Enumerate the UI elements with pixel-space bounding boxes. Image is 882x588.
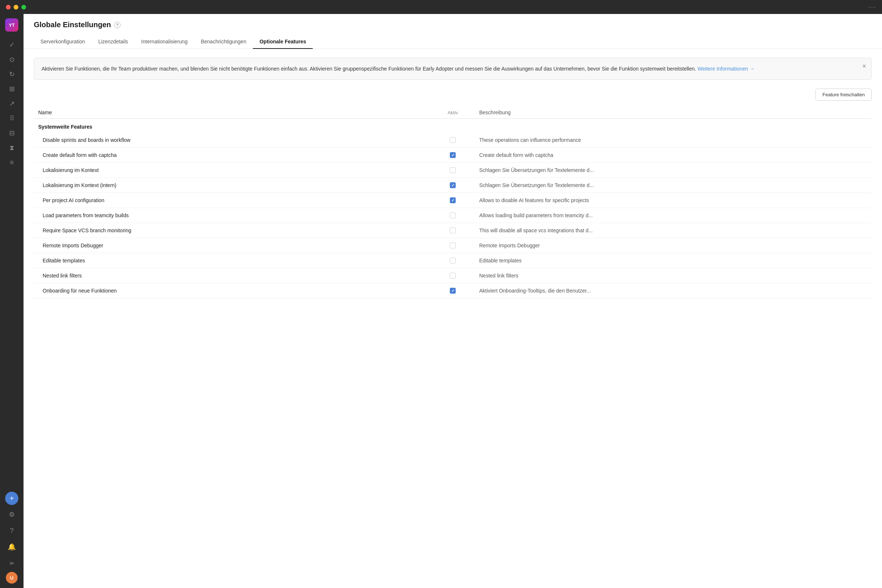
minimize-button[interactable] — [14, 5, 18, 9]
table-row: Per project AI configurationAllows to di… — [34, 193, 872, 208]
feature-checkbox[interactable] — [450, 258, 456, 264]
titlebar: ··· — [0, 0, 882, 14]
expand-button[interactable]: ≫ — [5, 556, 18, 570]
feature-description: Allows loading build parameters from tea… — [475, 212, 872, 218]
gear-button[interactable]: ⚙ — [5, 508, 18, 521]
close-button[interactable] — [6, 5, 10, 9]
feature-active-col — [431, 273, 475, 279]
sidebar: YT ✓ ⊙ ↻ ⊞ ↗ ⠿ ⊟ ⧗ ≡ + ⚙ ? 🔔 ≫ U — [0, 14, 24, 588]
feature-active-col — [431, 182, 475, 188]
feature-active-col — [431, 137, 475, 143]
info-banner-close-button[interactable]: × — [862, 63, 866, 70]
feature-checkbox[interactable] — [450, 228, 456, 233]
tab-serverkonfiguration[interactable]: Serverkonfiguration — [34, 35, 92, 49]
info-banner-text: Aktivieren Sie Funktionen, die Ihr Team … — [42, 66, 696, 72]
col-header-description: Beschreibung — [475, 110, 872, 116]
feature-active-col — [431, 288, 475, 294]
info-banner: Aktivieren Sie Funktionen, die Ihr Team … — [34, 58, 872, 80]
feature-checkbox[interactable] — [450, 197, 456, 203]
section-header-systemwide: Systemweite Features — [34, 119, 872, 133]
feature-name: Lokalisierung im Kontext — [34, 167, 431, 173]
tab-benachrichtigungen[interactable]: Benachrichtigungen — [194, 35, 253, 49]
tab-optionale-features[interactable]: Optionale Features — [253, 35, 313, 49]
table-row: Create default form with captchaCreate d… — [34, 148, 872, 163]
feature-description: Schlagen Sie Übersetzungen für Texteleme… — [475, 182, 872, 188]
sidebar-item-layers[interactable]: ≡ — [5, 156, 18, 169]
action-bar: Feature freischalten — [34, 88, 872, 101]
feature-description: Editable templates — [475, 258, 872, 264]
bell-button[interactable]: 🔔 — [5, 540, 18, 554]
table-row: Remote Imports DebuggerRemote Imports De… — [34, 238, 872, 253]
table-row: Require Space VCS branch monitoringThis … — [34, 223, 872, 238]
feature-checkbox[interactable] — [450, 212, 456, 218]
feature-name: Require Space VCS branch monitoring — [34, 228, 431, 233]
table-row: Editable templatesEditable templates — [34, 253, 872, 268]
help-icon[interactable]: ? — [114, 22, 120, 28]
features-table: Name Aktiv Beschreibung Systemweite Feat… — [34, 106, 872, 298]
sidebar-item-layout[interactable]: ⊞ — [5, 82, 18, 96]
feature-rows-container: Disable sprints and boards in workflowTh… — [34, 133, 872, 298]
table-row: Nested link filtersNested link filters — [34, 268, 872, 284]
feature-checkbox[interactable] — [450, 288, 456, 294]
feature-active-col — [431, 197, 475, 203]
feature-checkbox[interactable] — [450, 167, 456, 173]
table-row: Load parameters from teamcity buildsAllo… — [34, 208, 872, 223]
table-row: Lokalisierung im KontextSchlagen Sie Übe… — [34, 163, 872, 178]
page-title: Globale Einstellungen — [34, 21, 111, 29]
feature-name: Create default form with captcha — [34, 152, 431, 158]
sidebar-item-refresh[interactable]: ↻ — [5, 68, 18, 81]
feature-checkbox[interactable] — [450, 152, 456, 158]
feature-active-col — [431, 228, 475, 233]
user-avatar[interactable]: U — [6, 572, 18, 584]
feature-name: Editable templates — [34, 258, 431, 264]
feature-description: These operations can influence performan… — [475, 137, 872, 143]
window-controls — [6, 5, 26, 9]
main-content: Globale Einstellungen ? Serverkonfigurat… — [24, 14, 882, 588]
sidebar-item-settings-circle[interactable]: ⊙ — [5, 53, 18, 66]
feature-checkbox[interactable] — [450, 137, 456, 143]
sidebar-item-check[interactable]: ✓ — [5, 38, 18, 51]
titlebar-menu-icon[interactable]: ··· — [868, 3, 876, 11]
feature-description: Allows to disable AI features for specif… — [475, 197, 872, 203]
feature-checkbox[interactable] — [450, 273, 456, 279]
maximize-button[interactable] — [21, 5, 26, 9]
sidebar-item-book[interactable]: ⊟ — [5, 126, 18, 140]
feature-name: Remote Imports Debugger — [34, 243, 431, 248]
feature-name: Per project AI configuration — [34, 197, 431, 203]
feature-description: Aktiviert Onboarding-Tooltips, die den B… — [475, 288, 872, 294]
feature-name: Disable sprints and boards in workflow — [34, 137, 431, 143]
table-row: Lokalisierung im Kontext (intern)Schlage… — [34, 178, 872, 193]
tab-bar: Serverkonfiguration Lizenzdetails Intern… — [34, 35, 872, 48]
sidebar-item-timer[interactable]: ⧗ — [5, 141, 18, 154]
feature-description: Remote Imports Debugger — [475, 243, 872, 248]
feature-name: Load parameters from teamcity builds — [34, 212, 431, 218]
sidebar-item-chart[interactable]: ↗ — [5, 97, 18, 110]
info-banner-link[interactable]: Weitere Informationen → — [698, 66, 754, 72]
feature-name: Lokalisierung im Kontext (intern) — [34, 182, 431, 188]
feature-description: Schlagen Sie Übersetzungen für Texteleme… — [475, 167, 872, 173]
feature-checkbox[interactable] — [450, 182, 456, 188]
add-button[interactable]: + — [5, 492, 18, 505]
sidebar-item-apps[interactable]: ⠿ — [5, 112, 18, 125]
table-row: Disable sprints and boards in workflowTh… — [34, 133, 872, 148]
tab-lizenzdetails[interactable]: Lizenzdetails — [92, 35, 135, 49]
page-header: Globale Einstellungen ? Serverkonfigurat… — [24, 14, 882, 49]
help-button[interactable]: ? — [5, 524, 18, 537]
feature-description: This will disable all space vcs integrat… — [475, 228, 872, 233]
feature-name: Onboarding für neue Funktionen — [34, 288, 431, 294]
unlock-feature-button[interactable]: Feature freischalten — [816, 88, 872, 101]
feature-active-col — [431, 152, 475, 158]
feature-active-col — [431, 212, 475, 218]
feature-active-col — [431, 243, 475, 248]
feature-name: Nested link filters — [34, 273, 431, 279]
app-logo: YT — [5, 18, 18, 32]
feature-active-col — [431, 258, 475, 264]
feature-description: Create default form with captcha — [475, 152, 872, 158]
feature-active-col — [431, 167, 475, 173]
table-header: Name Aktiv Beschreibung — [34, 106, 872, 119]
feature-checkbox[interactable] — [450, 243, 456, 248]
sidebar-bottom: + ⚙ ? 🔔 ≫ U — [5, 491, 18, 584]
col-header-name: Name — [34, 110, 431, 116]
col-header-active: Aktiv — [431, 110, 475, 116]
tab-internationalisierung[interactable]: Internationalisierung — [135, 35, 194, 49]
